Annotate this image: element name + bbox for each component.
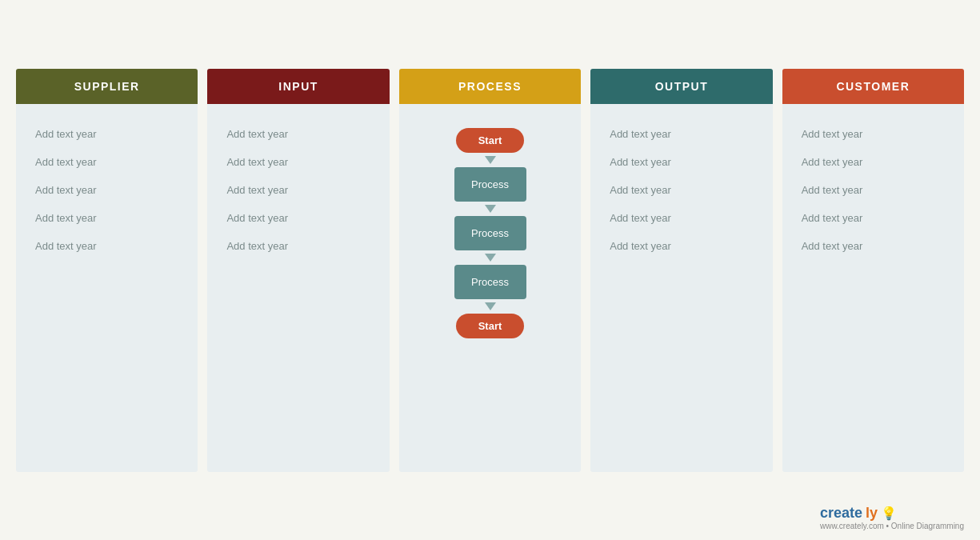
list-item: Add text year — [220, 120, 376, 148]
columns-container: SUPPLIERAdd text yearAdd text yearAdd te… — [16, 69, 964, 472]
footer-sub: www.creately.com • Online Diagramming — [820, 522, 964, 530]
list-item: Add text year — [603, 232, 759, 260]
list-item: Add text year — [220, 148, 376, 176]
creately-logo: creately 💡 — [820, 505, 964, 522]
flow-arrow — [485, 205, 496, 213]
flow-start-node: Start — [456, 128, 525, 153]
list-item: Add text year — [795, 176, 951, 204]
brand-ly: ly — [866, 505, 878, 522]
list-item: Add text year — [29, 232, 185, 260]
flow-arrow — [485, 254, 496, 262]
column-customer: CUSTOMERAdd text yearAdd text yearAdd te… — [782, 69, 964, 472]
brand-create: create — [820, 505, 862, 522]
body-supplier: Add text yearAdd text yearAdd text yearA… — [16, 104, 198, 472]
list-item: Add text year — [29, 176, 185, 204]
flow-process-node: Process — [454, 167, 526, 202]
list-item: Add text year — [29, 204, 185, 232]
header-output: OUTPUT — [590, 69, 772, 104]
diagram-wrapper: SUPPLIERAdd text yearAdd text yearAdd te… — [16, 69, 964, 472]
header-process: PROCESS — [399, 69, 581, 104]
list-item: Add text year — [29, 120, 185, 148]
flow-process-node: Process — [454, 216, 526, 250]
bulb-icon: 💡 — [881, 506, 897, 521]
flow-arrow — [485, 156, 496, 164]
flow-process-node: Process — [454, 265, 526, 299]
list-item: Add text year — [220, 176, 376, 204]
body-customer: Add text yearAdd text yearAdd text yearA… — [782, 104, 964, 472]
list-item: Add text year — [795, 120, 951, 148]
list-item: Add text year — [603, 120, 759, 148]
column-process: PROCESSStartProcessProcessProcessStart — [399, 69, 581, 472]
list-item: Add text year — [795, 148, 951, 176]
column-output: OUTPUTAdd text yearAdd text yearAdd text… — [590, 69, 772, 472]
creately-footer: creately 💡 www.creately.com • Online Dia… — [820, 505, 964, 530]
flow-arrow — [485, 302, 496, 310]
process-flow: StartProcessProcessProcessStart — [412, 120, 568, 338]
list-item: Add text year — [220, 204, 376, 232]
list-item: Add text year — [29, 148, 185, 176]
body-process: StartProcessProcessProcessStart — [399, 104, 581, 472]
body-output: Add text yearAdd text yearAdd text yearA… — [590, 104, 772, 472]
column-supplier: SUPPLIERAdd text yearAdd text yearAdd te… — [16, 69, 198, 472]
column-input: INPUTAdd text yearAdd text yearAdd text … — [207, 69, 389, 472]
header-supplier: SUPPLIER — [16, 69, 198, 104]
list-item: Add text year — [603, 204, 759, 232]
list-item: Add text year — [603, 176, 759, 204]
flow-start-node: Start — [456, 314, 525, 338]
header-customer: CUSTOMER — [782, 69, 964, 104]
list-item: Add text year — [603, 148, 759, 176]
header-input: INPUT — [207, 69, 389, 104]
list-item: Add text year — [795, 204, 951, 232]
list-item: Add text year — [220, 232, 376, 260]
body-input: Add text yearAdd text yearAdd text yearA… — [207, 104, 389, 472]
list-item: Add text year — [795, 232, 951, 260]
